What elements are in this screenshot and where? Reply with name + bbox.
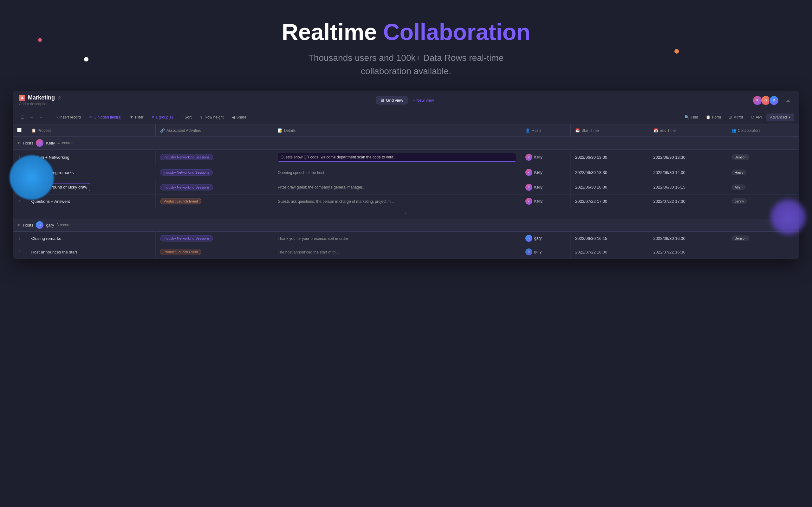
row-activity-2[interactable]: Industry Networking Sessions: [155, 165, 273, 180]
hero-title: Realtime Collaboration: [6, 19, 806, 45]
tab-grid-view[interactable]: ⊞ Grid view: [376, 96, 407, 105]
share-label: Share: [236, 115, 246, 119]
filter-button[interactable]: ▼ Filter: [126, 113, 147, 121]
row-details-1[interactable]: Guests show QR code, welcome department …: [273, 150, 521, 165]
insert-record-button[interactable]: ○ Insert record: [52, 113, 84, 121]
share-icon: ◀: [232, 115, 235, 119]
row-g2-host-1[interactable]: G gary: [521, 232, 570, 245]
find-label: Find: [691, 115, 698, 119]
hosts-col-icon: 👤: [525, 128, 530, 133]
row-g2-num-2: 2: [18, 250, 20, 254]
host-name-1: Kelly: [534, 155, 543, 159]
col-end-time[interactable]: 📅 End Time: [649, 124, 727, 136]
group-count-kelly: 4 records: [57, 141, 73, 145]
group-row-kelly: ▼ Hosts K Kelly 4 records: [13, 136, 799, 150]
app-title-area: Marketing ☆ Add a description: [19, 95, 61, 106]
app-header: Marketing ☆ Add a description ⊞ Grid vie…: [13, 91, 799, 110]
row-g2-activity-1[interactable]: Industry Networking Sessions: [155, 232, 273, 245]
add-row-cell[interactable]: +: [13, 208, 799, 219]
mirror-label: Mirror: [733, 115, 743, 119]
avatar-3: B: [769, 95, 779, 106]
svg-marker-0: [20, 96, 24, 99]
col-hosts[interactable]: 👤 Hosts: [521, 124, 570, 136]
toolbar: ☰ ← → ○ Insert record 👁 3 hidden field(s…: [13, 110, 799, 124]
find-button[interactable]: 🔍 Find: [681, 113, 701, 121]
group-icon: ≡: [152, 115, 154, 119]
table-row: 4 Questions + Answers Product Launch Eve…: [13, 194, 799, 208]
group-avatar-gary: G: [36, 221, 43, 229]
row-activity-4[interactable]: Product Launch Event: [155, 194, 273, 208]
row-host-1[interactable]: K Kelly: [521, 150, 570, 165]
collaborators-col-icon: 👥: [731, 128, 736, 133]
row-g2-process-1[interactable]: Closing remarks: [27, 232, 155, 245]
row-start-1: 2022/06/30 13:00: [570, 150, 649, 165]
nav-forward-button[interactable]: →: [37, 113, 46, 122]
cloud-icon: ☁: [783, 95, 793, 106]
group-toggle-gary[interactable]: ▼: [17, 223, 20, 227]
row-g2-collab-2: [727, 245, 799, 259]
col-collaborators[interactable]: 👥 Collaborators: [727, 124, 799, 136]
table-row: 2 A Opening remarks Industry Networking …: [13, 165, 799, 180]
add-description[interactable]: Add a description: [19, 102, 61, 106]
mirror-button[interactable]: ⊡ Mirror: [725, 113, 746, 121]
col-activities[interactable]: 🔗 Associated Activities: [155, 124, 273, 136]
row-g2-check-1[interactable]: 1: [13, 232, 27, 245]
row-start-3: 2022/06/30 16:00: [570, 180, 649, 194]
grid-view-label: Grid view: [386, 98, 403, 103]
details-text-g2-1: Thank you for your presence, exit in ord…: [278, 236, 348, 241]
row-host-4[interactable]: K Kelly: [521, 194, 570, 208]
row-g2-activity-2[interactable]: Product Launch Event: [155, 245, 273, 259]
row-height-label: Row height: [204, 115, 223, 119]
row-height-button[interactable]: ⇕ Row height: [197, 113, 227, 121]
col-process[interactable]: 📋 Process: [27, 124, 155, 136]
col-process-label: Process: [38, 128, 51, 133]
group-toggle-kelly[interactable]: ▼: [17, 141, 20, 145]
col-start-time[interactable]: 📅 Start Time: [570, 124, 649, 136]
row-start-2: 2022/06/30 13:30: [570, 165, 649, 180]
filter-icon: ▼: [130, 115, 134, 119]
row-process-4[interactable]: Questions + Answers: [27, 194, 155, 208]
collaborator-badge-3: Allen: [731, 184, 746, 190]
row-num-4: 4: [18, 199, 20, 204]
row-host-3[interactable]: K Kelly: [521, 180, 570, 194]
col-details-label: Details: [284, 128, 296, 133]
main-table: 📋 Process 🔗 Associated Activities 📝: [13, 124, 799, 259]
row-g2-details-1[interactable]: Thank you for your presence, exit in ord…: [273, 232, 521, 245]
nav-back-button[interactable]: ←: [27, 113, 36, 122]
share-button[interactable]: ◀ Share: [229, 113, 250, 121]
row-g2-process-2[interactable]: Host announces the start: [27, 245, 155, 259]
row-details-4[interactable]: Guests ask questions, the person in char…: [273, 194, 521, 208]
row-g2-details-2[interactable]: The host announced the start of th...: [273, 245, 521, 259]
nav-menu-button[interactable]: ☰: [18, 113, 27, 122]
form-button[interactable]: 📋 Form: [703, 113, 724, 121]
filter-label: Filter: [135, 115, 144, 119]
row-collab-3: Allen: [727, 180, 799, 194]
table-header-row: 📋 Process 🔗 Associated Activities 📝: [13, 124, 799, 136]
row-g2-host-2[interactable]: G gary: [521, 245, 570, 259]
hidden-fields-button[interactable]: 👁 3 hidden field(s): [86, 113, 124, 121]
row-activity-1[interactable]: Industry Networking Sessions: [155, 150, 273, 165]
host-name-g2-2: gary: [534, 250, 542, 254]
sort-button[interactable]: ↕ Sort: [178, 113, 195, 121]
col-start-time-label: Start Time: [581, 128, 599, 133]
app-title-row: Marketing ☆: [19, 95, 61, 101]
advanced-button[interactable]: Advanced ▾: [766, 113, 794, 121]
advanced-label: Advanced: [770, 115, 787, 119]
select-all-checkbox[interactable]: [17, 128, 21, 132]
col-check: [13, 124, 27, 136]
api-button[interactable]: ⬡ API: [748, 113, 765, 121]
host-name-4: Kelly: [534, 199, 543, 204]
star-icon[interactable]: ☆: [57, 95, 61, 101]
activity-tag-3: Industry Networking Sessions: [160, 184, 213, 190]
group-button[interactable]: ≡ 1 group(s): [149, 113, 176, 121]
details-text-2: Opening speech of the host: [278, 170, 324, 175]
details-selected-1: Guests show QR code, welcome department …: [278, 153, 516, 162]
new-view-button[interactable]: + New view: [409, 96, 438, 105]
row-details-2[interactable]: Opening speech of the host: [273, 165, 521, 180]
row-activity-3[interactable]: Industry Networking Sessions: [155, 180, 273, 194]
row-host-2[interactable]: K Kelly: [521, 165, 570, 180]
col-details[interactable]: 📝 Details: [273, 124, 521, 136]
group-field-label-2: Hosts: [23, 223, 33, 228]
row-details-3[interactable]: Prize draw guest: the company's general …: [273, 180, 521, 194]
row-g2-check-2[interactable]: 2: [13, 245, 27, 259]
